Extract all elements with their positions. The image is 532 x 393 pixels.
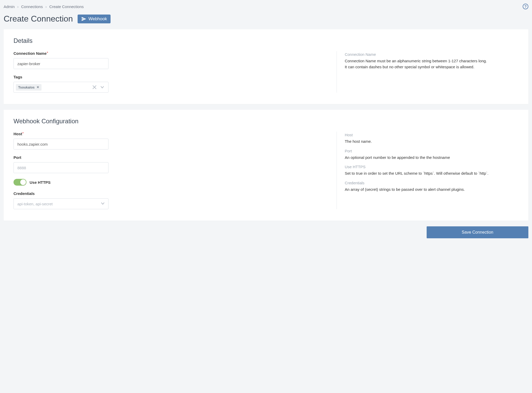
tag-chip-label: Tsoukalos [18, 85, 35, 89]
page-title: Create Connection [4, 14, 73, 24]
port-input[interactable] [13, 162, 108, 173]
toggle-knob [20, 179, 26, 185]
use-https-label: Use HTTPS [30, 180, 51, 185]
use-https-toggle[interactable] [13, 179, 26, 186]
help-title-connection-name: Connection Name [345, 52, 519, 57]
webhook-config-card: Webhook Configuration Host* Port Use HTT… [4, 110, 528, 221]
breadcrumb-create-connections: Create Connections [49, 4, 84, 9]
breadcrumbs: Admin › Connections › Create Connections [4, 4, 84, 9]
credentials-label: Credentials [13, 191, 329, 196]
connection-type-label: Webhook [88, 16, 107, 22]
help-body-connection-name-2: It can contain dashes but no other speci… [345, 64, 519, 70]
details-card: Details Connection Name* Tags Tsoukalos … [4, 29, 528, 104]
help-title-host: Host [345, 133, 519, 137]
webhook-icon [81, 16, 86, 22]
connection-name-input[interactable] [13, 58, 108, 69]
tags-clear-icon[interactable] [92, 84, 97, 90]
host-label: Host* [13, 132, 329, 136]
chevron-down-icon[interactable] [99, 84, 105, 90]
help-title-credentials: Credentials [345, 181, 519, 185]
help-body-https: Set to true in order to set the URL sche… [345, 171, 519, 177]
save-connection-button[interactable]: Save Connection [427, 226, 528, 238]
host-input[interactable] [13, 139, 108, 150]
webhook-config-title: Webhook Configuration [13, 118, 519, 125]
help-title-port: Port [345, 149, 519, 153]
help-body-credentials: An array of (secret) strings to be passe… [345, 187, 519, 193]
breadcrumb-connections[interactable]: Connections [21, 4, 43, 9]
credentials-placeholder: api-token, api-secret [17, 202, 53, 206]
chevron-right-icon: › [45, 4, 47, 9]
help-icon[interactable]: ? [523, 4, 528, 9]
help-body-host: The host name. [345, 139, 519, 145]
tags-combobox[interactable]: Tsoukalos ✕ [13, 82, 108, 93]
tag-chip: Tsoukalos ✕ [16, 84, 42, 91]
tags-label: Tags [13, 75, 329, 79]
port-label: Port [13, 155, 329, 160]
connection-name-label: Connection Name* [13, 51, 329, 56]
breadcrumb-admin[interactable]: Admin [4, 4, 15, 9]
connection-type-badge: Webhook [78, 15, 111, 23]
help-title-https: Use HTTPS [345, 165, 519, 169]
tag-remove-icon[interactable]: ✕ [37, 85, 39, 89]
credentials-select[interactable]: api-token, api-secret [13, 198, 108, 209]
help-body-connection-name-1: Connection Name must be an alphanumeric … [345, 58, 519, 64]
details-title: Details [13, 37, 519, 44]
help-body-port: An optional port number to be appended t… [345, 155, 519, 161]
chevron-right-icon: › [17, 4, 19, 9]
chevron-down-icon [101, 202, 105, 206]
